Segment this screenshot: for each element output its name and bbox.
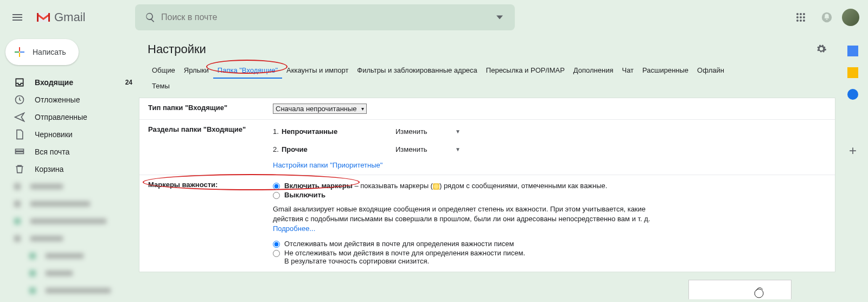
search-options-dropdown[interactable]	[489, 14, 510, 21]
tab-chat[interactable]: Чат	[617, 63, 638, 79]
svg-point-6	[796, 20, 799, 22]
sidebar-item-snoozed[interactable]: Отложенные	[0, 91, 139, 108]
sidebar-item-sent[interactable]: Отправленные	[0, 108, 139, 126]
markers-on-option[interactable]: Включить маркеры – показывать маркеры ()…	[273, 182, 826, 190]
sidebar-item-trash[interactable]: Корзина	[0, 160, 139, 178]
track-off-option[interactable]: Не отслеживать мои действия в почте для …	[273, 249, 826, 265]
section-change-dropdown[interactable]: Изменить▼	[395, 127, 461, 136]
side-panel: +	[838, 35, 868, 158]
caret-down-icon	[496, 14, 503, 21]
inbox-icon	[14, 77, 25, 88]
section-name: Прочие	[282, 145, 395, 153]
svg-point-3	[796, 16, 799, 18]
notifications-button[interactable]	[816, 7, 838, 28]
svg-point-14	[755, 289, 763, 298]
svg-point-1	[800, 13, 802, 15]
sidebar-item-label: Вся почта	[35, 147, 69, 156]
brand-text: Gmail	[54, 10, 85, 24]
priority-inbox-settings-link[interactable]: Настройки папки "Приоритетные"	[273, 161, 382, 169]
sidebar-item-redacted	[0, 230, 139, 247]
track-on-label: Отслеживать мои действия в почте для опр…	[284, 240, 514, 248]
avatar[interactable]	[842, 9, 859, 26]
sidebar-item-allmail[interactable]: Вся почта	[0, 143, 139, 160]
svg-point-4	[800, 16, 802, 18]
inbox-type-label: Тип папки "Входящие"	[148, 104, 273, 114]
settings-tabs: Общие Ярлыки Папка "Входящие" Аккаунты и…	[139, 56, 835, 93]
markers-off-option[interactable]: Выключить	[273, 191, 826, 199]
tab-themes[interactable]: Темы	[148, 79, 174, 93]
inbox-type-select[interactable]: Сначала непрочитанные	[273, 104, 367, 114]
markers-off-radio[interactable]	[273, 192, 280, 199]
main-menu-button[interactable]	[4, 4, 30, 30]
track-off-label: Не отслеживать мои действия в почте для …	[284, 249, 525, 257]
sidebar-item-redacted	[0, 213, 139, 230]
tasks-addon-button[interactable]	[847, 89, 858, 100]
settings-panel: Тип папки "Входящие" Сначала непрочитанн…	[139, 98, 835, 272]
plus-icon	[13, 46, 26, 59]
logo[interactable]: Gmail	[30, 10, 131, 24]
sidebar-item-inbox[interactable]: Входящие 24	[0, 74, 139, 91]
markers-on-radio[interactable]	[273, 183, 280, 190]
tab-general[interactable]: Общие	[148, 63, 180, 79]
svg-point-7	[800, 20, 802, 22]
inbox-sections-row: Разделы папки "Входящие" 1. Непрочитанны…	[139, 120, 835, 175]
inbox-sections-label: Разделы папки "Входящие"	[148, 125, 273, 169]
header: Gmail	[0, 0, 868, 35]
trash-icon	[14, 164, 25, 175]
tab-labels[interactable]: Ярлыки	[180, 63, 213, 79]
section-number: 2.	[273, 145, 282, 153]
svg-point-2	[803, 13, 805, 15]
search-input[interactable]	[161, 12, 489, 22]
sidebar: Написать Входящие 24 Отложенные Отправле…	[0, 35, 139, 299]
send-icon	[14, 112, 25, 123]
importance-marker-icon	[433, 183, 439, 190]
tab-accounts[interactable]: Аккаунты и импорт	[282, 63, 353, 79]
search-icon[interactable]	[139, 12, 161, 23]
track-on-option[interactable]: Отслеживать мои действия в почте для опр…	[273, 240, 826, 248]
svg-point-5	[803, 16, 805, 18]
gmail-icon	[35, 11, 52, 24]
settings-gear-button[interactable]	[816, 43, 827, 56]
caret-down-icon: ▼	[455, 146, 461, 152]
keep-addon-button[interactable]	[847, 67, 858, 78]
sidebar-item-redacted	[0, 282, 139, 299]
sidebar-item-drafts[interactable]: Черновики	[0, 126, 139, 143]
page-title: Настройки	[148, 42, 206, 56]
markers-on-label: Включить маркеры	[284, 182, 353, 190]
section-name: Непрочитанные	[282, 127, 395, 136]
get-addons-button[interactable]: +	[849, 143, 857, 158]
sidebar-item-redacted	[0, 195, 139, 213]
importance-markers-row: Маркеры важности: Включить маркеры – пок…	[139, 175, 835, 272]
calendar-addon-button[interactable]	[847, 46, 858, 56]
search-bar[interactable]	[135, 4, 515, 30]
tab-advanced[interactable]: Расширенные	[638, 63, 693, 79]
section-change-dropdown[interactable]: Изменить▼	[395, 145, 461, 153]
track-on-radio[interactable]	[273, 241, 280, 248]
compose-button[interactable]: Написать	[5, 39, 79, 65]
tab-forwarding[interactable]: Пересылка и POP/IMAP	[482, 63, 569, 79]
svg-point-0	[796, 13, 799, 15]
importance-markers-label: Маркеры важности:	[148, 181, 273, 266]
importance-description: Gmail анализирует новые входящие сообщен…	[273, 204, 663, 234]
sidebar-item-label: Корзина	[35, 165, 63, 174]
track-off-note: В результате точность сортировки снизитс…	[284, 257, 429, 265]
tab-offline[interactable]: Офлайн	[693, 63, 729, 79]
hamburger-icon	[11, 11, 24, 24]
svg-point-8	[803, 20, 805, 22]
importance-video-preview[interactable]	[688, 280, 792, 299]
markers-off-label: Выключить	[284, 191, 326, 199]
tab-filters[interactable]: Фильтры и заблокированные адреса	[353, 63, 481, 79]
section-number: 1.	[273, 127, 282, 136]
bell-icon	[821, 11, 833, 23]
track-off-radio[interactable]	[273, 250, 280, 257]
gear-icon	[816, 43, 827, 54]
compose-label: Написать	[33, 48, 66, 56]
learn-more-link[interactable]: Подробнее...	[273, 224, 315, 233]
apps-button[interactable]	[790, 7, 812, 28]
tab-addons[interactable]: Дополнения	[569, 63, 618, 79]
sidebar-item-count: 24	[125, 79, 132, 86]
sidebar-item-redacted	[0, 247, 139, 265]
sidebar-item-label: Отложенные	[35, 95, 80, 104]
inbox-type-row: Тип папки "Входящие" Сначала непрочитанн…	[139, 98, 835, 120]
tab-inbox[interactable]: Папка "Входящие"	[213, 63, 282, 79]
